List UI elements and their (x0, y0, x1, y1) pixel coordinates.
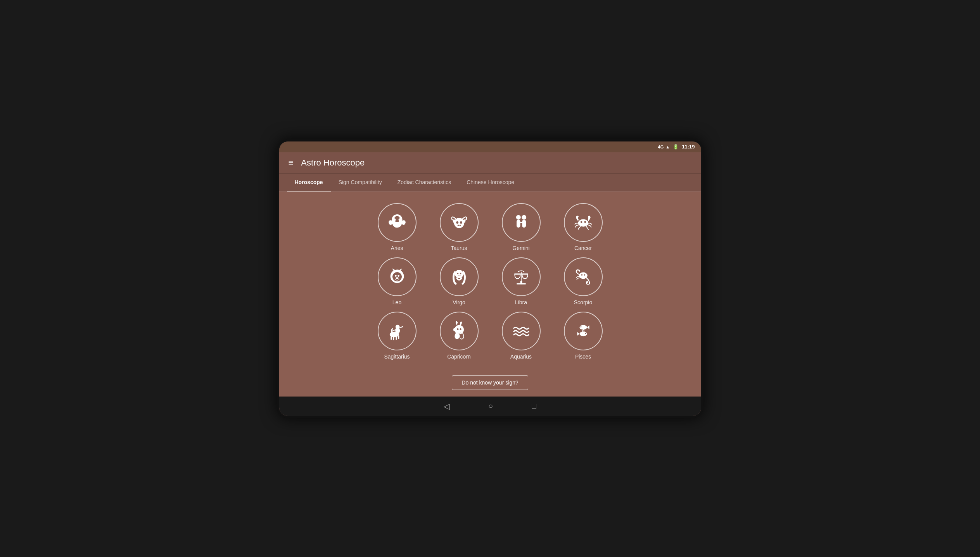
zodiac-taurus[interactable]: Taurus (434, 203, 484, 251)
cancer-circle (564, 203, 603, 242)
svg-point-27 (460, 272, 461, 274)
zodiac-leo[interactable]: Leo (372, 257, 422, 305)
app-screen: ≡ Astro Horoscope Horoscope Sign Compati… (279, 152, 701, 416)
cancer-label: Cancer (574, 245, 592, 251)
svg-rect-29 (517, 283, 526, 284)
svg-rect-41 (396, 336, 397, 340)
taurus-circle (440, 203, 479, 242)
libra-label: Libra (515, 299, 527, 305)
zodiac-aries[interactable]: Aries (372, 203, 422, 251)
battery-icon: 🔋 (673, 144, 679, 150)
svg-point-37 (584, 274, 585, 276)
svg-point-3 (460, 221, 462, 224)
app-header: ≡ Astro Horoscope (279, 152, 701, 174)
zodiac-pisces[interactable]: Pisces (558, 312, 608, 360)
pisces-icon (572, 319, 595, 343)
pisces-label: Pisces (575, 354, 591, 360)
status-bar: 4G ▲ 🔋 11:19 (279, 141, 701, 152)
tab-sign-compatibility[interactable]: Sign Compatibility (331, 174, 390, 191)
svg-rect-11 (517, 219, 520, 227)
recents-button[interactable]: □ (532, 402, 536, 410)
zodiac-sagittarius[interactable]: Sagittarius (372, 312, 422, 360)
home-button[interactable]: ○ (488, 402, 493, 410)
virgo-circle (440, 257, 479, 296)
tab-bar: Horoscope Sign Compatibility Zodiac Char… (279, 174, 701, 191)
pisces-circle (564, 312, 603, 350)
svg-point-21 (398, 275, 399, 277)
virgo-label: Virgo (453, 299, 465, 305)
capricorn-circle (440, 312, 479, 350)
leo-circle (378, 257, 417, 296)
taurus-label: Taurus (451, 245, 467, 251)
aquarius-circle (502, 312, 541, 350)
tab-chinese-horoscope[interactable]: Chinese Horoscope (459, 174, 522, 191)
svg-rect-42 (398, 336, 399, 339)
zodiac-capricorn[interactable]: Capricorn (434, 312, 484, 360)
time-display: 11:19 (682, 144, 695, 150)
svg-rect-30 (521, 271, 522, 281)
svg-point-8 (459, 224, 461, 226)
taurus-icon (448, 211, 471, 234)
capricorn-icon (448, 319, 471, 343)
capricorn-label: Capricorn (447, 354, 471, 360)
svg-point-4 (453, 219, 455, 222)
svg-point-5 (463, 219, 465, 222)
svg-point-9 (516, 215, 520, 219)
zodiac-scorpio[interactable]: Scorpio (558, 257, 608, 305)
svg-point-15 (580, 221, 582, 223)
gemini-icon (510, 211, 533, 234)
app-title: Astro Horoscope (301, 158, 365, 168)
svg-point-49 (453, 328, 456, 331)
zodiac-aquarius[interactable]: Aquarius (496, 312, 546, 360)
zodiac-libra[interactable]: Libra (496, 257, 546, 305)
svg-point-26 (457, 272, 458, 274)
aquarius-label: Aquarius (510, 354, 532, 360)
zodiac-grid: Aries (372, 203, 608, 360)
aquarius-icon (510, 319, 533, 343)
scorpio-circle (564, 257, 603, 296)
svg-rect-12 (522, 219, 526, 227)
scorpio-label: Scorpio (574, 299, 592, 305)
libra-circle (502, 257, 541, 296)
svg-rect-39 (391, 336, 392, 340)
virgo-icon (448, 265, 471, 288)
sagittarius-circle (378, 312, 417, 350)
back-button[interactable]: ◁ (444, 402, 449, 411)
aries-icon (385, 211, 409, 234)
svg-point-22 (396, 277, 398, 279)
svg-point-7 (457, 224, 459, 226)
gemini-circle (502, 203, 541, 242)
svg-point-10 (522, 215, 526, 219)
svg-marker-54 (587, 325, 589, 329)
leo-label: Leo (392, 299, 401, 305)
zodiac-virgo[interactable]: Virgo (434, 257, 484, 305)
svg-point-58 (585, 333, 586, 334)
svg-point-16 (584, 221, 586, 223)
tab-zodiac-characteristics[interactable]: Zodiac Characteristics (390, 174, 459, 191)
svg-point-2 (456, 221, 458, 224)
svg-point-1 (398, 218, 401, 221)
svg-point-36 (581, 274, 582, 276)
svg-point-55 (580, 326, 581, 327)
cancer-icon (572, 211, 595, 234)
svg-rect-13 (518, 222, 524, 222)
zodiac-gemini[interactable]: Gemini (496, 203, 546, 251)
scorpio-icon (572, 265, 595, 288)
sagittarius-label: Sagittarius (384, 354, 410, 360)
svg-point-50 (457, 328, 458, 330)
tab-horoscope[interactable]: Horoscope (287, 174, 331, 191)
nav-bar: ◁ ○ □ (279, 397, 701, 416)
zodiac-cancer[interactable]: Cancer (558, 203, 608, 251)
svg-point-20 (395, 275, 397, 277)
signal-indicator: 4G ▲ (658, 145, 670, 149)
gemini-label: Gemini (512, 245, 529, 251)
hamburger-menu-icon[interactable]: ≡ (289, 158, 294, 168)
svg-point-25 (455, 270, 463, 278)
svg-point-51 (460, 328, 461, 330)
tablet-frame: 4G ▲ 🔋 11:19 ≡ Astro Horoscope Horoscope… (277, 139, 703, 418)
dont-know-sign-button[interactable]: Do not know your sign? (452, 375, 528, 390)
svg-point-0 (393, 218, 396, 221)
sagittarius-icon (385, 319, 409, 343)
main-content: Aries (279, 191, 701, 397)
leo-icon (385, 265, 409, 288)
